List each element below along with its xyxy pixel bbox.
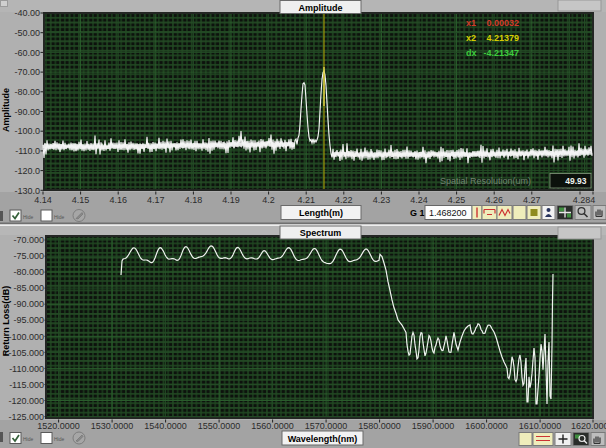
svg-text:4.21379: 4.21379 — [486, 33, 519, 43]
svg-text:49.93: 49.93 — [565, 176, 587, 186]
svg-text:Length(m): Length(m) — [299, 208, 343, 218]
svg-text:4.15: 4.15 — [72, 195, 90, 205]
svg-text:Amplitude: Amplitude — [299, 3, 343, 13]
svg-text:x2: x2 — [466, 33, 476, 43]
svg-text:-80.00: -80.00 — [14, 87, 40, 97]
svg-text:Return Loss(dB): Return Loss(dB) — [1, 286, 11, 357]
svg-text:-120.000: -120.000 — [8, 396, 44, 406]
svg-text:-75.000: -75.000 — [13, 251, 44, 261]
svg-text:1620.000: 1620.000 — [571, 421, 606, 431]
svg-text:Amplitude: Amplitude — [1, 88, 11, 132]
svg-text:-100.0: -100.0 — [14, 126, 40, 136]
svg-text:4.14: 4.14 — [34, 195, 52, 205]
svg-text:-70.000: -70.000 — [13, 235, 44, 245]
svg-text:-60.00: -60.00 — [14, 48, 40, 58]
svg-text:-110.000: -110.000 — [9, 364, 44, 374]
svg-text:4.19: 4.19 — [222, 195, 240, 205]
svg-text:x1: x1 — [466, 18, 476, 28]
svg-text:4.22: 4.22 — [335, 195, 353, 205]
svg-text:4.21: 4.21 — [297, 195, 315, 205]
svg-text:-95.000: -95.000 — [13, 315, 44, 325]
svg-text:-120.0: -120.0 — [14, 166, 40, 176]
svg-text:-130.0: -130.0 — [14, 186, 40, 196]
svg-text:Hide: Hide — [54, 214, 65, 220]
svg-text:4.27: 4.27 — [523, 195, 541, 205]
svg-text:-105.000: -105.000 — [8, 348, 44, 358]
svg-text:4.26: 4.26 — [485, 195, 503, 205]
svg-text:-90.00: -90.00 — [14, 107, 40, 117]
svg-text:-4.21347: -4.21347 — [483, 48, 519, 58]
svg-text:Hide: Hide — [23, 214, 34, 220]
svg-text:-90.000: -90.000 — [13, 299, 44, 309]
svg-text:Hide: Hide — [54, 436, 65, 442]
svg-text:4.17: 4.17 — [147, 195, 165, 205]
svg-text:-85.000: -85.000 — [13, 283, 44, 293]
svg-text:-50.00: -50.00 — [14, 28, 40, 38]
svg-text:-70.00: -70.00 — [14, 67, 40, 77]
svg-text:Wavelength(nm): Wavelength(nm) — [288, 434, 358, 444]
svg-text:1.468200: 1.468200 — [429, 208, 467, 218]
svg-text:-100.000: -100.000 — [8, 332, 44, 342]
svg-text:4.18: 4.18 — [185, 195, 203, 205]
svg-text:Hide: Hide — [23, 436, 34, 442]
svg-text:4.16: 4.16 — [109, 195, 127, 205]
svg-text:4.284: 4.284 — [573, 195, 596, 205]
svg-text:dx: dx — [466, 48, 477, 58]
svg-text:-115.000: -115.000 — [9, 380, 44, 390]
svg-text:-40.00: -40.00 — [14, 8, 40, 18]
svg-text:4.24: 4.24 — [410, 195, 428, 205]
svg-text:-80.000: -80.000 — [13, 267, 44, 277]
svg-text:G 1: G 1 — [410, 208, 425, 218]
svg-text:Spatial Resolution(um): Spatial Resolution(um) — [440, 176, 531, 186]
svg-text:4.23: 4.23 — [373, 195, 391, 205]
svg-text:0.00032: 0.00032 — [486, 18, 519, 28]
svg-text:Spectrum: Spectrum — [300, 228, 342, 238]
svg-text:-110.0: -110.0 — [15, 146, 40, 156]
svg-text:4.25: 4.25 — [448, 195, 466, 205]
svg-text:4.2: 4.2 — [262, 195, 275, 205]
